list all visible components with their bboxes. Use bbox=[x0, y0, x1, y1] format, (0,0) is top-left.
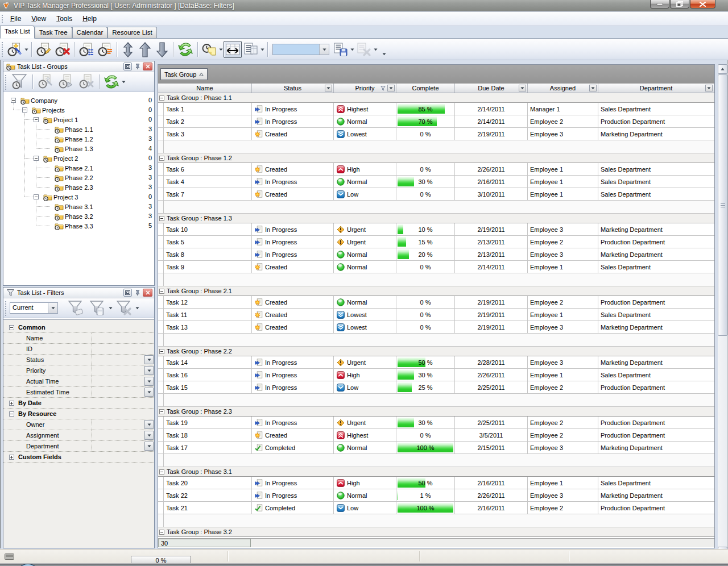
edit-group-button[interactable] bbox=[56, 73, 76, 91]
collapse-icon[interactable] bbox=[9, 325, 14, 330]
cell-priority[interactable]: Normal bbox=[334, 442, 396, 453]
cell-department[interactable]: Sales Department bbox=[598, 188, 714, 200]
group-collapse-icon[interactable] bbox=[159, 156, 164, 161]
add-task-button-dropdown[interactable] bbox=[24, 48, 29, 51]
cell-name[interactable]: Task 10 bbox=[164, 223, 252, 235]
filter-row-owner[interactable]: Owner bbox=[3, 419, 154, 430]
cell-assigned[interactable]: Employee 3 bbox=[528, 489, 598, 501]
cell-assigned[interactable]: Employee 3 bbox=[528, 442, 598, 453]
group-row-7[interactable]: Task Group : Phase 3.1 bbox=[158, 467, 714, 477]
cell-due-date[interactable]: 2/16/2011 bbox=[455, 477, 528, 489]
filter-section-custom-fields[interactable]: Custom Fields bbox=[3, 452, 154, 463]
save-filter-button[interactable] bbox=[86, 299, 108, 317]
cell-complete[interactable]: 0 % bbox=[396, 296, 455, 308]
filter-dropdown-button[interactable] bbox=[144, 355, 154, 364]
filter-preset-dropdown-button[interactable] bbox=[48, 303, 57, 313]
cell-priority[interactable]: High bbox=[334, 369, 396, 381]
tree-node-phase-2.3[interactable]: Phase 2.33 bbox=[3, 182, 154, 192]
cell-status[interactable]: In Progress bbox=[252, 115, 334, 127]
task-row-task-12[interactable]: Task 12CreatedNormal0 %2/19/2011Employee… bbox=[158, 296, 714, 309]
save-filter-button-dropdown[interactable] bbox=[108, 307, 113, 310]
column-filter-icon[interactable] bbox=[380, 85, 386, 92]
cell-department[interactable]: Marketing Department bbox=[598, 442, 714, 453]
cell-complete[interactable]: 30 % bbox=[396, 417, 455, 428]
cell-name[interactable]: Task 1 bbox=[164, 103, 252, 115]
filter-dropdown-button[interactable] bbox=[144, 366, 154, 375]
cell-due-date[interactable]: 2/19/2011 bbox=[455, 296, 528, 308]
task-row-task-9[interactable]: Task 9CreatedNormal0 %2/14/2011Employee … bbox=[158, 261, 714, 273]
cell-department[interactable]: Marketing Department bbox=[598, 356, 714, 368]
cell-name[interactable]: Task 15 bbox=[164, 381, 252, 393]
cell-assigned[interactable]: Employee 1 bbox=[528, 176, 598, 188]
cell-assigned[interactable]: Employee 3 bbox=[528, 128, 598, 140]
groups-panel-pin-button[interactable] bbox=[133, 63, 142, 70]
tree-expander-icon[interactable] bbox=[34, 117, 39, 122]
filters-panel-close-button[interactable] bbox=[143, 289, 152, 297]
cell-priority[interactable]: Lowest bbox=[334, 321, 396, 333]
cell-due-date[interactable]: 2/14/2011 bbox=[455, 261, 528, 273]
group-collapse-icon[interactable] bbox=[159, 530, 164, 535]
cell-assigned[interactable]: Employee 3 bbox=[528, 356, 598, 368]
start-orb-icon[interactable] bbox=[16, 564, 40, 566]
tab-task-tree[interactable]: Task Tree bbox=[35, 27, 72, 38]
cell-complete[interactable]: 20 % bbox=[396, 248, 455, 260]
cell-due-date[interactable]: 2/26/2011 bbox=[455, 489, 528, 501]
task-row-task-14[interactable]: Task 14In ProgressUrgent50 %2/28/2011Emp… bbox=[158, 356, 714, 369]
task-row-task-8[interactable]: Task 8In ProgressNormal20 %2/13/2011Empl… bbox=[158, 248, 714, 261]
save-layout-button[interactable] bbox=[332, 41, 350, 58]
cell-complete[interactable]: 50 % bbox=[396, 356, 455, 368]
cell-status[interactable]: In Progress bbox=[252, 417, 334, 428]
filter-dropdown-button[interactable] bbox=[144, 377, 154, 386]
delete-filter-button[interactable] bbox=[113, 299, 135, 317]
cell-name[interactable]: Task 7 bbox=[164, 188, 252, 200]
cell-department[interactable]: Sales Department bbox=[598, 163, 714, 175]
filter-row-estimated-time[interactable]: Estimated Time bbox=[3, 387, 154, 398]
column-header-status[interactable]: Status bbox=[252, 84, 334, 93]
group-row-3[interactable]: Task Group : Phase 1.3 bbox=[158, 214, 714, 223]
add-task-button[interactable] bbox=[5, 41, 24, 58]
filter-row-assignment[interactable]: Assignment bbox=[3, 430, 154, 441]
cell-status[interactable]: In Progress bbox=[252, 236, 334, 248]
group-collapse-icon[interactable] bbox=[159, 289, 164, 294]
group-row-8[interactable]: Task Group : Phase 3.2 bbox=[158, 527, 714, 537]
filter-groups-button[interactable] bbox=[9, 73, 30, 91]
cell-name[interactable]: Task 21 bbox=[164, 502, 252, 514]
cell-complete[interactable]: 1 % bbox=[396, 489, 455, 501]
group-collapse-icon[interactable] bbox=[159, 216, 164, 221]
cell-due-date[interactable]: 2/19/2011 bbox=[455, 223, 528, 235]
cell-name[interactable]: Task 6 bbox=[164, 163, 252, 175]
cell-assigned[interactable]: Employee 2 bbox=[528, 296, 598, 308]
cell-due-date[interactable]: 2/26/2011 bbox=[455, 369, 528, 381]
apply-filter-button[interactable] bbox=[65, 299, 86, 317]
tree-node-phase-1.1[interactable]: Phase 1.13 bbox=[3, 124, 154, 134]
filter-preset-combo[interactable]: Current bbox=[10, 302, 58, 314]
cell-department[interactable]: Sales Department bbox=[598, 369, 714, 381]
cell-status[interactable]: Created bbox=[252, 321, 334, 333]
cell-priority[interactable]: Urgent bbox=[334, 417, 396, 428]
tab-task-list[interactable]: Task List bbox=[0, 26, 35, 39]
cell-priority[interactable]: High bbox=[334, 477, 396, 489]
cell-department[interactable]: Sales Department bbox=[598, 477, 714, 489]
group-collapse-icon[interactable] bbox=[159, 469, 164, 475]
cell-status[interactable]: Created bbox=[252, 429, 334, 441]
cell-assigned[interactable]: Employee 3 bbox=[528, 321, 598, 333]
task-row-task-2[interactable]: Task 2In ProgressNormal70 %2/14/2011Empl… bbox=[158, 115, 714, 128]
tree-expander-icon[interactable] bbox=[11, 98, 16, 103]
cell-status[interactable]: In Progress bbox=[252, 369, 334, 381]
cell-department[interactable]: Sales Department bbox=[598, 103, 714, 115]
task-row-task-17[interactable]: Task 17CompletedNormal100 %2/15/2011Empl… bbox=[158, 442, 714, 454]
cell-complete[interactable]: 50 % bbox=[396, 477, 455, 489]
expand-rows-button[interactable] bbox=[119, 41, 136, 58]
cell-status[interactable]: Created bbox=[252, 128, 334, 140]
task-row-task-1[interactable]: Task 1In ProgressHighest85 %2/14/2011Man… bbox=[158, 103, 714, 115]
cell-priority[interactable]: Normal bbox=[334, 176, 396, 188]
minimize-button[interactable] bbox=[650, 0, 669, 9]
cell-due-date[interactable]: 2/25/2011 bbox=[455, 417, 528, 428]
toolbar-overflow-button[interactable] bbox=[382, 50, 387, 58]
cell-priority[interactable]: Low bbox=[334, 502, 396, 514]
cell-status[interactable]: In Progress bbox=[252, 223, 334, 235]
cell-priority[interactable]: Normal bbox=[334, 261, 396, 273]
delete-layout-button[interactable] bbox=[355, 41, 373, 58]
tree-node-phase-2.2[interactable]: Phase 2.23 bbox=[3, 173, 154, 182]
cell-complete[interactable]: 0 % bbox=[396, 429, 455, 441]
